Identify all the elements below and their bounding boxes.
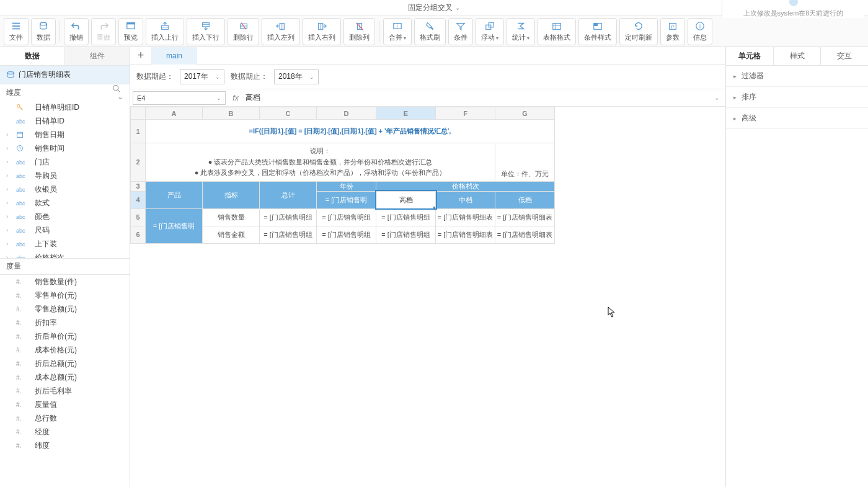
row-header[interactable]: 1 — [131, 120, 146, 143]
toolbar-insert-left-button[interactable]: 插入左列 — [262, 18, 300, 45]
toolbar-menu-button[interactable]: 文件 — [4, 18, 29, 45]
title-formula-cell[interactable]: =IF([日期1].[值] = [日期2].[值],[日期1].[值] + '年… — [146, 120, 555, 143]
measure-field[interactable]: #.折后毛利率 — [0, 384, 130, 398]
param-start-select[interactable]: 2017年⌄ — [180, 69, 224, 84]
data-cell[interactable]: = [门店销售明组 — [260, 208, 317, 226]
chevron-down-icon[interactable]: ⌄ — [117, 92, 123, 101]
dimension-field[interactable]: ›abc价格档次 — [0, 251, 130, 258]
toolbar-tbl-fmt-button[interactable]: 表格格式 — [538, 18, 576, 45]
col-header[interactable]: C — [260, 107, 317, 120]
dimension-field[interactable]: ›abc颜色 — [0, 210, 130, 223]
tab-interact[interactable]: 交互 — [820, 47, 868, 65]
header-low[interactable]: 低档 — [495, 191, 555, 208]
data-cell[interactable]: = [门店销售明细表 — [495, 208, 555, 226]
toolbar-insert-up-button[interactable]: 插入上行 — [146, 18, 184, 45]
data-cell[interactable]: = [门店销售明组 — [376, 226, 436, 243]
measure-field[interactable]: #.纬度 — [0, 439, 130, 452]
toolbar-filter-button[interactable]: 条件 — [448, 18, 473, 45]
toolbar-redo-button[interactable]: 重做 — [91, 18, 116, 45]
row-header[interactable]: 2 — [131, 143, 146, 182]
data-cell[interactable]: = [门店销售明细表 — [495, 226, 555, 243]
measure-field[interactable]: #.销售数量(件) — [0, 275, 130, 288]
toolbar-cond-style-button[interactable]: 条件样式 — [578, 18, 617, 45]
dimension-field[interactable]: ›abc收银员 — [0, 182, 130, 196]
header-total[interactable]: 总计 — [260, 181, 317, 208]
add-sheet-button[interactable]: + — [130, 47, 151, 65]
dimension-field[interactable]: ›abc导购员 — [0, 169, 130, 182]
tab-cell[interactable]: 单元格 — [726, 47, 773, 65]
toolbar-info-button[interactable]: i信息 — [688, 18, 712, 45]
row-header[interactable]: 3 — [131, 181, 146, 191]
header-price-level[interactable]: 价格档次 — [376, 181, 555, 191]
document-title[interactable]: 固定分组交叉⌄ — [408, 2, 460, 13]
param-end-select[interactable]: 2018年⌄ — [274, 69, 319, 84]
data-cell[interactable]: = [门店销售明组 — [317, 208, 376, 226]
measure-field[interactable]: #.折后总额(元) — [0, 357, 130, 370]
right-section-过滤器[interactable]: ▸过滤器 — [726, 66, 868, 87]
tab-style[interactable]: 样式 — [773, 47, 821, 65]
header-year[interactable]: 年份 — [317, 181, 376, 191]
description-cell[interactable]: 说明： ● 该表分产品大类统计销售数量和销售金额，并分年份和价格档次进行汇总 ●… — [146, 143, 495, 182]
col-header[interactable]: D — [317, 107, 376, 120]
corner-cell[interactable] — [131, 107, 146, 120]
selected-cell-high[interactable]: 高档 — [376, 191, 436, 208]
col-header[interactable]: E — [376, 107, 436, 120]
unit-cell[interactable]: 单位：件、万元 — [495, 143, 555, 182]
tab-components[interactable]: 组件 — [64, 47, 130, 65]
measure-field[interactable]: #.折扣率 — [0, 316, 130, 329]
name-box[interactable]: E4⌄ — [133, 91, 226, 105]
expand-formula-icon[interactable]: ⌄ — [714, 94, 723, 101]
toolbar-merge-button[interactable]: 合并▾ — [383, 18, 412, 45]
dimension-field[interactable]: ›abc门店 — [0, 155, 130, 169]
toolbar-sum-button[interactable]: 统计▾ — [507, 18, 535, 45]
toolbar-refresh-button[interactable]: 定时刷新 — [619, 18, 658, 45]
data-cell[interactable]: = [门店销售明细表 — [436, 208, 495, 226]
toolbar-undo-button[interactable]: 撤销 — [64, 18, 89, 45]
datasource-item[interactable]: 门店销售明细表 — [0, 66, 130, 84]
toolbar-float-button[interactable]: 浮动▾ — [476, 18, 504, 45]
right-section-排序[interactable]: ▸排序 — [726, 87, 868, 108]
dimension-field[interactable]: ›abc上下装 — [0, 237, 130, 251]
dimension-field[interactable]: ›销售日期 — [0, 128, 130, 141]
row-header[interactable]: 5 — [131, 208, 146, 226]
measure-field[interactable]: #.零售总额(元) — [0, 302, 130, 316]
search-icon[interactable] — [112, 84, 123, 92]
dimension-field[interactable]: ›abc尺码 — [0, 223, 130, 237]
measure-field[interactable]: #.零售单价(元) — [0, 288, 130, 302]
data-cell[interactable]: = [门店销售明组 — [317, 226, 376, 243]
row-header[interactable]: 6 — [131, 226, 146, 243]
formula-input[interactable]: 高档 — [246, 92, 711, 103]
header-year-sub[interactable]: = [门店销售明 — [317, 191, 376, 208]
product-cell[interactable]: = [门店销售明 — [146, 208, 203, 243]
tab-data[interactable]: 数据 — [0, 47, 64, 65]
measure-field[interactable]: #.经度 — [0, 425, 130, 439]
right-section-高级[interactable]: ▸高级 — [726, 108, 868, 129]
header-product[interactable]: 产品 — [146, 181, 203, 208]
metric-cell[interactable]: 销售金额 — [203, 226, 260, 243]
data-cell[interactable]: = [门店销售明细表 — [436, 226, 495, 243]
data-cell[interactable]: = [门店销售明组 — [260, 226, 317, 243]
col-header[interactable]: A — [146, 107, 203, 120]
col-header[interactable]: F — [436, 107, 495, 120]
toolbar-param-button[interactable]: P参数 — [660, 18, 685, 45]
measure-field[interactable]: #.度量值 — [0, 398, 130, 411]
measure-field[interactable]: #.折后单价(元) — [0, 329, 130, 343]
col-header[interactable]: B — [203, 107, 260, 120]
dimension-field[interactable]: ›销售时间 — [0, 141, 130, 155]
sheet-tab-main[interactable]: main — [151, 47, 197, 65]
fx-icon[interactable]: fx — [229, 94, 242, 102]
header-mid[interactable]: 中档 — [436, 191, 495, 208]
dimension-field[interactable]: 日销单明细ID — [0, 101, 130, 114]
data-cell[interactable]: = [门店销售明组 — [376, 208, 436, 226]
row-header[interactable]: 4 — [131, 191, 146, 208]
toolbar-brush-button[interactable]: 格式刷 — [414, 18, 446, 45]
measure-field[interactable]: #.总行数 — [0, 411, 130, 425]
dimension-field[interactable]: abc日销单ID — [0, 114, 130, 128]
toolbar-insert-down-button[interactable]: 插入下行 — [187, 18, 225, 45]
metric-cell[interactable]: 销售数量 — [203, 208, 260, 226]
toolbar-preview-button[interactable]: 预览 — [118, 18, 143, 45]
toolbar-insert-right-button[interactable]: 插入右列 — [303, 18, 341, 45]
measure-field[interactable]: #.成本价格(元) — [0, 343, 130, 357]
dimension-field[interactable]: ›abc款式 — [0, 196, 130, 210]
toolbar-del-row-button[interactable]: 删除行 — [228, 18, 259, 45]
